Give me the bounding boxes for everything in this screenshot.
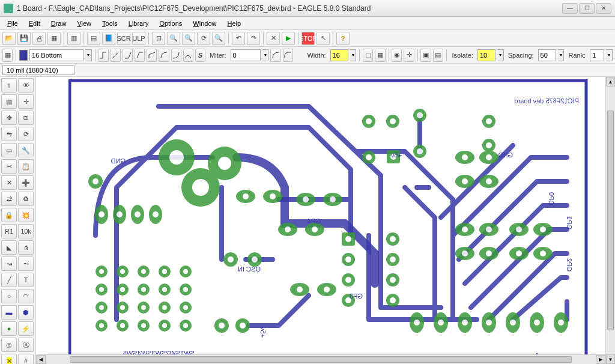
grid-button[interactable]: ▦ bbox=[2, 49, 13, 62]
zoom-out-button[interactable]: 🔍 bbox=[182, 32, 195, 45]
auto-tool[interactable]: # bbox=[18, 354, 34, 364]
bend-3[interactable] bbox=[135, 49, 145, 62]
spacing-dropdown[interactable]: ▾ bbox=[558, 49, 565, 61]
select-button[interactable]: ↖ bbox=[317, 32, 330, 45]
hole-tool[interactable]: ◎ bbox=[1, 338, 17, 352]
menu-window[interactable]: Window bbox=[188, 19, 221, 28]
ulp-button[interactable]: ULP bbox=[132, 32, 145, 45]
miter-tool[interactable]: ◣ bbox=[1, 240, 17, 255]
scrollbar-horizontal[interactable]: ◀ ▶ bbox=[36, 354, 605, 364]
text-tool[interactable]: T bbox=[18, 273, 34, 287]
wire-tool[interactable]: ╱ bbox=[1, 273, 17, 287]
value-tool[interactable]: 10k bbox=[18, 224, 34, 238]
polygon-tool[interactable]: ⬢ bbox=[18, 305, 34, 320]
undo-button[interactable]: ↶ bbox=[232, 32, 245, 45]
scroll-thumb-h[interactable] bbox=[70, 356, 572, 363]
width-input[interactable] bbox=[330, 49, 348, 61]
bend-1[interactable] bbox=[111, 49, 121, 62]
rect-tool[interactable]: ▬ bbox=[1, 305, 17, 320]
cut-tool[interactable]: ✂ bbox=[1, 159, 17, 174]
orphans-off[interactable]: ▣ bbox=[420, 49, 431, 62]
rank-input[interactable] bbox=[590, 49, 604, 61]
maximize-button[interactable]: ☐ bbox=[579, 3, 595, 14]
layer-dropdown[interactable]: ▾ bbox=[85, 49, 92, 61]
redraw-button[interactable]: ⟳ bbox=[197, 32, 210, 45]
bend-6[interactable] bbox=[171, 49, 181, 62]
bend-0[interactable] bbox=[98, 49, 109, 62]
scroll-left-button[interactable]: ◀ bbox=[36, 355, 46, 364]
bend-2[interactable] bbox=[123, 49, 133, 62]
menu-options[interactable]: Options bbox=[154, 19, 187, 28]
replace-tool[interactable]: ♻ bbox=[18, 192, 34, 206]
copy-tool[interactable]: ⧉ bbox=[18, 111, 34, 125]
menu-draw[interactable]: Draw bbox=[46, 19, 71, 28]
layer-color[interactable] bbox=[19, 50, 28, 61]
bend-8[interactable]: S bbox=[195, 49, 205, 62]
scroll-right-button[interactable]: ▶ bbox=[596, 355, 605, 364]
bend-5[interactable] bbox=[159, 49, 169, 62]
go-button[interactable]: ▶ bbox=[282, 32, 295, 45]
add-tool[interactable]: ➕ bbox=[18, 175, 34, 190]
menu-file[interactable]: File bbox=[2, 19, 23, 28]
via-tool[interactable]: ● bbox=[1, 321, 17, 336]
layer-select[interactable] bbox=[29, 49, 83, 61]
thermals-off[interactable]: ◉ bbox=[392, 49, 402, 62]
redo-button[interactable]: ↷ bbox=[247, 32, 260, 45]
print-button[interactable]: 🖨 bbox=[32, 32, 46, 45]
change-tool[interactable]: 🔧 bbox=[18, 143, 34, 157]
poly-hatch[interactable]: ▦ bbox=[375, 49, 385, 62]
pinswap-tool[interactable]: ⇄ bbox=[1, 192, 17, 206]
scrollbar-vertical[interactable]: ▲ ▼ bbox=[605, 77, 615, 364]
scroll-down-button[interactable]: ▼ bbox=[606, 354, 615, 364]
mirror-tool[interactable]: ⇋ bbox=[1, 127, 17, 141]
menu-help[interactable]: Help bbox=[222, 19, 246, 28]
help-button[interactable]: ? bbox=[336, 32, 350, 45]
ripup-tool[interactable]: ⤳ bbox=[18, 256, 34, 271]
zoom-in-button[interactable]: 🔍 bbox=[167, 32, 180, 45]
rotate-tool[interactable]: ⟳ bbox=[18, 127, 34, 141]
name-tool[interactable]: R1 bbox=[1, 224, 17, 238]
zoom-fit-button[interactable]: ⊡ bbox=[152, 32, 165, 45]
circle-tool[interactable]: ○ bbox=[1, 289, 17, 303]
menu-library[interactable]: Library bbox=[124, 19, 154, 28]
bend-4[interactable] bbox=[147, 49, 157, 62]
signal-tool[interactable]: ⚡ bbox=[18, 321, 34, 336]
smash-tool[interactable]: 💥 bbox=[18, 208, 34, 222]
cam-button[interactable]: ▦ bbox=[47, 32, 61, 45]
show-tool[interactable]: 👁 bbox=[18, 78, 34, 93]
delete-tool[interactable]: ✕ bbox=[1, 175, 17, 190]
ratsnest-tool[interactable]: ✕ bbox=[1, 354, 17, 364]
close-button[interactable]: ✕ bbox=[596, 3, 611, 14]
isolate-input[interactable] bbox=[477, 49, 495, 61]
lock-tool[interactable]: 🔒 bbox=[1, 208, 17, 222]
miter-input[interactable] bbox=[231, 49, 261, 61]
stop-button[interactable]: STOP bbox=[301, 32, 315, 45]
attribute-tool[interactable]: Ⓐ bbox=[18, 338, 34, 352]
scroll-up-button[interactable]: ▲ bbox=[606, 77, 615, 86]
open-button[interactable]: 📂 bbox=[2, 32, 16, 45]
miter-dropdown[interactable]: ▾ bbox=[262, 49, 269, 61]
board-canvas[interactable]: PIC12F675 dev board GND GND +5v +5v GP0 … bbox=[36, 77, 605, 364]
paste-tool[interactable]: 📋 bbox=[18, 159, 34, 174]
route-tool[interactable]: ↝ bbox=[1, 256, 17, 271]
poly-outline[interactable]: ▢ bbox=[363, 49, 373, 62]
orphans-on[interactable]: ▤ bbox=[433, 49, 443, 62]
display-tool[interactable]: ▤ bbox=[1, 94, 17, 109]
width-dropdown[interactable]: ▾ bbox=[350, 49, 357, 61]
arc-tool[interactable]: ◠ bbox=[18, 289, 34, 303]
isolate-dropdown[interactable]: ▾ bbox=[497, 49, 504, 61]
miter-round[interactable] bbox=[270, 49, 280, 62]
scroll-thumb-v[interactable] bbox=[607, 111, 614, 330]
switch-board-button[interactable]: ▥ bbox=[67, 32, 80, 45]
minimize-button[interactable]: — bbox=[562, 3, 578, 14]
move-tool[interactable]: ✥ bbox=[1, 111, 17, 125]
split-tool[interactable]: ⋔ bbox=[18, 240, 34, 255]
bend-7[interactable] bbox=[183, 49, 193, 62]
menu-view[interactable]: View bbox=[72, 19, 96, 28]
miter-straight[interactable] bbox=[283, 49, 293, 62]
group-tool[interactable]: ▭ bbox=[1, 143, 17, 157]
mark-tool[interactable]: ✛ bbox=[18, 94, 34, 109]
menu-edit[interactable]: Edit bbox=[24, 19, 45, 28]
spacing-input[interactable] bbox=[538, 49, 556, 61]
cancel-button[interactable]: ✕ bbox=[267, 32, 280, 45]
